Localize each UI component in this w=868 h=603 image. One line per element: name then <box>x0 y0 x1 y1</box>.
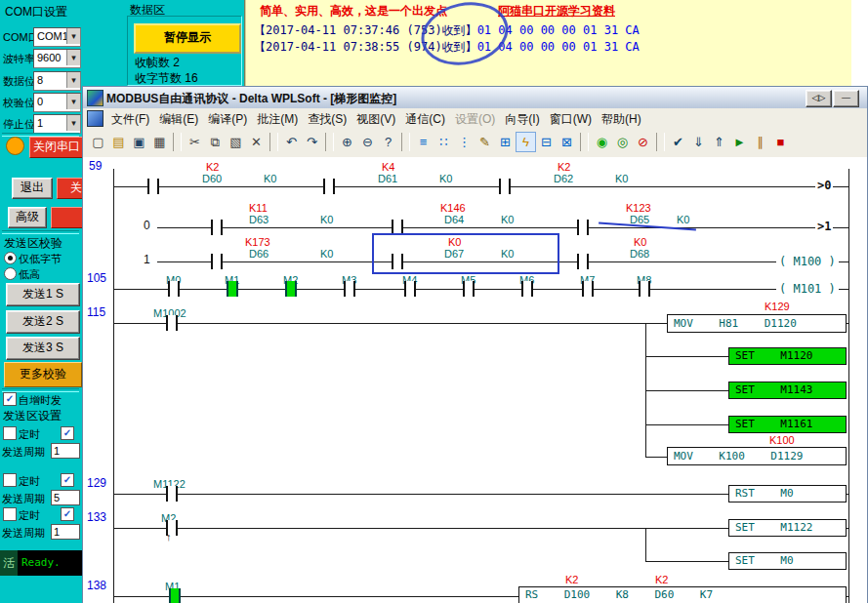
upload-icon[interactable]: ⇑ <box>709 132 729 152</box>
open-icon[interactable]: ▤ <box>108 132 129 152</box>
auto-increment-checkbox[interactable]: ✓ <box>3 392 17 406</box>
instruction-box[interactable]: SET M1122 <box>728 519 847 537</box>
ladder-monitor-icon[interactable]: ϟ <box>516 132 536 152</box>
receive-log[interactable]: 简单、实用、高效，这是一个出发点 阿猫串口开源学习资料 【2017-04-11 … <box>244 0 851 86</box>
instruction-box[interactable]: SET M1120 <box>728 347 847 365</box>
zoom-in-icon[interactable]: ⊕ <box>337 132 357 152</box>
instruction-view-icon[interactable]: ∷ <box>434 132 454 152</box>
copy-icon[interactable]: ⧉ <box>205 132 226 152</box>
chevron-down-icon[interactable]: ▾ <box>66 94 80 109</box>
chevron-down-icon[interactable]: ▾ <box>66 72 80 88</box>
close-serial-button[interactable]: 关闭串口 <box>29 137 84 158</box>
save-icon[interactable]: ▣ <box>129 132 149 152</box>
undo-icon[interactable]: ↶ <box>281 132 302 152</box>
pause-icon[interactable]: ∥ <box>750 132 770 152</box>
send3-button[interactable]: 发送3 S <box>6 337 80 360</box>
com-port-select[interactable]: COM1▾ <box>33 27 81 47</box>
contact[interactable] <box>582 281 594 297</box>
timer3-checkbox[interactable] <box>3 507 17 521</box>
parity-select[interactable]: 0▾ <box>33 93 81 112</box>
contact[interactable] <box>521 281 533 297</box>
output-coil[interactable]: ( M100 ) <box>776 255 839 268</box>
instruction-box[interactable]: RST M0 <box>728 485 847 502</box>
contact[interactable] <box>344 281 355 297</box>
stop-icon[interactable]: ⊘ <box>633 132 653 152</box>
contact[interactable] <box>404 281 416 297</box>
instruction-box[interactable]: SET M1143 <box>728 382 847 399</box>
chevron-down-icon[interactable]: ▾ <box>66 115 80 131</box>
contact[interactable] <box>169 588 181 603</box>
ladder-view-icon[interactable]: ≡ <box>413 132 434 152</box>
instruction-box[interactable]: SET M1161 <box>728 416 847 433</box>
banner-right-link[interactable]: 阿猫串口开源学习资料 <box>498 3 615 20</box>
instruction-box[interactable]: RS D100 K8 D60 K7 <box>518 586 847 603</box>
contact[interactable] <box>168 281 180 297</box>
contact[interactable] <box>499 179 511 194</box>
contact[interactable] <box>227 281 238 297</box>
redo-icon[interactable]: ↷ <box>302 132 322 152</box>
more-checksum-button[interactable]: 更多校验 <box>4 362 82 387</box>
radio-low-byte[interactable] <box>4 252 17 264</box>
contact[interactable] <box>285 281 297 297</box>
timer1-checkbox[interactable] <box>3 426 17 440</box>
edit-mode-icon[interactable]: ⊠ <box>557 132 577 152</box>
contact[interactable] <box>639 281 650 297</box>
print-icon[interactable]: ▦ <box>149 132 170 152</box>
zoom-grid-icon[interactable]: ⊞ <box>495 132 516 152</box>
radio-low-high[interactable] <box>4 267 17 280</box>
network-icon[interactable]: ◎ <box>612 132 633 152</box>
sfc-view-icon[interactable]: ⋮ <box>454 132 475 152</box>
chevron-down-icon[interactable]: ▾ <box>66 28 80 44</box>
delete-icon[interactable]: ✕ <box>246 132 267 152</box>
timer3-enable-checkbox[interactable]: ✓ <box>61 507 74 521</box>
title-bar[interactable]: MODBUS自由通讯协议 - Delta WPLSoft - [梯形图监控] ◁… <box>83 87 867 109</box>
timer2-enable-checkbox[interactable]: ✓ <box>61 473 74 487</box>
contact[interactable] <box>211 220 223 235</box>
timer1-enable-checkbox[interactable]: ✓ <box>61 426 74 440</box>
cut-icon[interactable]: ✂ <box>185 132 205 152</box>
minimize-button[interactable]: — <box>833 90 859 107</box>
window-nav-button[interactable]: ◁▷ <box>806 90 832 107</box>
period1-input[interactable] <box>51 443 80 459</box>
run-icon[interactable]: ► <box>729 132 750 152</box>
pause-display-button[interactable]: 暂停显示 <box>134 23 241 54</box>
timer2-checkbox[interactable] <box>3 473 17 487</box>
contact[interactable] <box>147 179 159 194</box>
ladder-monitor-view[interactable]: 59K2D60K0K4D61K0K2D62K0>00K11D63K0K146D6… <box>83 157 867 603</box>
baud-rate-select[interactable]: 9600▾ <box>33 49 81 68</box>
help-icon[interactable]: ? <box>378 132 398 152</box>
download-icon[interactable]: ⇓ <box>688 132 709 152</box>
bulb-icon[interactable]: ◉ <box>592 132 612 152</box>
paste-icon[interactable]: ▧ <box>226 132 246 152</box>
contact[interactable] <box>323 179 335 194</box>
contact[interactable] <box>577 254 589 269</box>
timer1-label: 定时 <box>19 427 40 442</box>
wire-horizontal <box>645 561 728 562</box>
period2-input[interactable] <box>51 490 80 505</box>
contact[interactable] <box>211 254 223 269</box>
data-bits-select[interactable]: 8▾ <box>33 71 81 91</box>
contact[interactable] <box>577 220 589 235</box>
device-monitor-icon[interactable]: ⊟ <box>536 132 557 152</box>
output-coil[interactable]: ( M101 ) <box>776 282 839 296</box>
instruction-box[interactable]: MOV H81 D1120 <box>667 314 847 333</box>
stop-bits-select[interactable]: 1▾ <box>33 114 81 134</box>
contact[interactable] <box>463 281 475 297</box>
contact[interactable] <box>166 486 178 502</box>
exit-button[interactable]: 退出 <box>12 178 53 199</box>
chevron-down-icon[interactable]: ▾ <box>66 50 80 65</box>
zoom-out-icon[interactable]: ⊖ <box>357 132 378 152</box>
wire-horizontal <box>645 356 728 357</box>
advanced-button[interactable]: 高级 <box>8 207 47 228</box>
send1-button[interactable]: 发送1 S <box>6 283 80 306</box>
monitor-value: K123 <box>626 202 651 214</box>
instruction-box[interactable]: SET M0 <box>728 552 847 570</box>
comment-icon[interactable]: ✎ <box>475 132 495 152</box>
instruction-box[interactable]: MOV K100 D1129 <box>667 447 847 465</box>
compile-icon[interactable]: ✔ <box>668 132 688 152</box>
send2-button[interactable]: 发送2 S <box>6 310 80 334</box>
stop2-icon[interactable]: ■ <box>770 132 791 152</box>
contact[interactable] <box>166 315 178 331</box>
new-icon[interactable]: ▢ <box>88 132 108 152</box>
period3-input[interactable] <box>51 524 80 540</box>
